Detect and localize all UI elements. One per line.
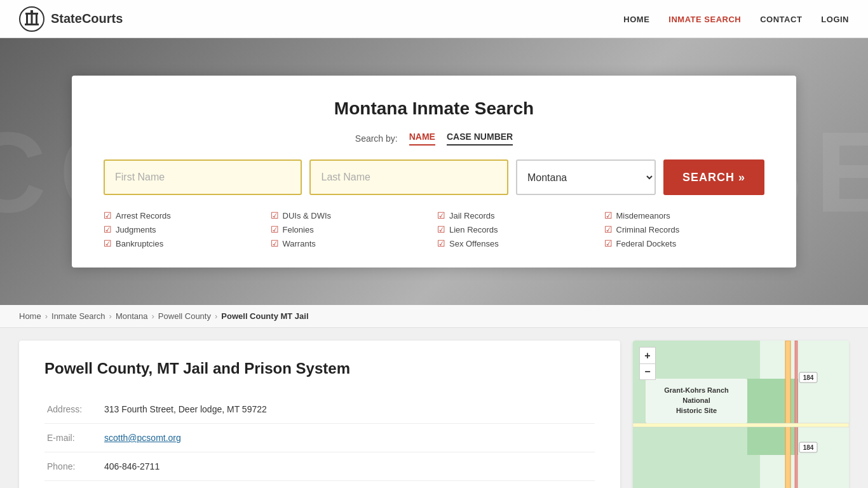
nav-inmate-search[interactable]: INMATE SEARCH bbox=[668, 15, 741, 24]
check-icon-duis: ☑ bbox=[271, 210, 279, 220]
breadcrumb-sep-1: › bbox=[45, 311, 48, 321]
info-table: Address: 313 Fourth Street, Deer lodge, … bbox=[44, 395, 595, 488]
checkbox-duis-dwis: ☑ DUIs & DWIs bbox=[271, 210, 431, 220]
main-content: Powell County, MT Jail and Prison System… bbox=[0, 328, 868, 488]
check-icon-warrants: ☑ bbox=[271, 238, 279, 248]
svg-text:184: 184 bbox=[803, 374, 814, 381]
checkbox-warrants: ☑ Warrants bbox=[271, 238, 431, 248]
breadcrumb-inmate-search[interactable]: Inmate Search bbox=[51, 311, 105, 321]
map-zoom-in[interactable]: + bbox=[639, 347, 656, 363]
checkbox-jail-records: ☑ Jail Records bbox=[437, 210, 598, 220]
checkbox-felonies: ☑ Felonies bbox=[271, 224, 431, 234]
map-controls: + − bbox=[639, 347, 656, 380]
nav-contact[interactable]: CONTACT bbox=[760, 15, 802, 24]
svg-rect-2 bbox=[25, 13, 38, 15]
logo-icon bbox=[19, 6, 44, 32]
svg-rect-10 bbox=[785, 341, 790, 488]
breadcrumb: Home › Inmate Search › Montana › Powell … bbox=[0, 305, 868, 328]
check-icon-judgments: ☑ bbox=[104, 224, 112, 234]
header: StateCourts HOME INMATE SEARCH CONTACT L… bbox=[0, 0, 868, 38]
breadcrumb-home[interactable]: Home bbox=[19, 311, 41, 321]
svg-rect-5 bbox=[36, 15, 37, 24]
table-row-address: Address: 313 Fourth Street, Deer lodge, … bbox=[44, 395, 595, 424]
breadcrumb-montana[interactable]: Montana bbox=[116, 311, 148, 321]
check-icon-federal: ☑ bbox=[604, 238, 613, 248]
map-svg: 184 184 Grant-Kohrs Ranch National Histo… bbox=[633, 341, 849, 488]
email-link[interactable]: scotth@pcsomt.org bbox=[104, 433, 181, 443]
tab-case-number[interactable]: CASE NUMBER bbox=[447, 132, 513, 146]
check-icon-sex-offenses: ☑ bbox=[437, 238, 445, 248]
svg-rect-4 bbox=[31, 15, 33, 24]
first-name-input[interactable] bbox=[104, 159, 302, 195]
check-icon-arrest: ☑ bbox=[104, 210, 112, 220]
label-phone: Phone: bbox=[44, 452, 102, 481]
check-icon-felonies: ☑ bbox=[271, 224, 279, 234]
logo-text: StateCourts bbox=[51, 11, 123, 26]
checkbox-sex-offenses: ☑ Sex Offenses bbox=[437, 238, 598, 248]
state-select[interactable]: Montana Alabama Alaska Arizona Californi… bbox=[516, 159, 656, 195]
checkbox-label-lien: Lien Records bbox=[449, 225, 498, 234]
svg-text:National: National bbox=[682, 396, 710, 404]
checkbox-lien-records: ☑ Lien Records bbox=[437, 224, 598, 234]
checkbox-judgments: ☑ Judgments bbox=[104, 224, 264, 234]
nav-login[interactable]: LOGIN bbox=[821, 15, 849, 24]
map-placeholder: 184 184 Grant-Kohrs Ranch National Histo… bbox=[633, 341, 849, 488]
value-email: scotth@pcsomt.org bbox=[102, 424, 595, 452]
content-card: Powell County, MT Jail and Prison System… bbox=[19, 341, 620, 488]
checkbox-label-bankruptcies: Bankruptcies bbox=[116, 239, 163, 248]
nav-home[interactable]: HOME bbox=[623, 15, 649, 24]
checkbox-label-jail: Jail Records bbox=[449, 211, 495, 220]
main-nav: HOME INMATE SEARCH CONTACT LOGIN bbox=[623, 14, 849, 24]
checkbox-label-sex-offenses: Sex Offenses bbox=[449, 239, 499, 248]
svg-rect-11 bbox=[795, 341, 797, 488]
svg-text:184: 184 bbox=[803, 444, 814, 451]
search-button[interactable]: SEARCH » bbox=[663, 159, 764, 195]
svg-text:Historic Site: Historic Site bbox=[676, 407, 717, 414]
search-by-label: Search by: bbox=[355, 133, 398, 144]
value-address: 313 Fourth Street, Deer lodge, MT 59722 bbox=[102, 395, 595, 424]
map-zoom-out[interactable]: − bbox=[639, 363, 656, 380]
value-phone: 406-846-2711 bbox=[102, 452, 595, 481]
svg-rect-12 bbox=[633, 423, 849, 427]
checkbox-criminal-records: ☑ Criminal Records bbox=[604, 224, 765, 234]
svg-rect-1 bbox=[31, 10, 33, 13]
map-area: 184 184 Grant-Kohrs Ranch National Histo… bbox=[633, 341, 849, 488]
search-card-title: Montana Inmate Search bbox=[104, 98, 764, 119]
checkbox-bankruptcies: ☑ Bankruptcies bbox=[104, 238, 264, 248]
checkbox-federal-dockets: ☑ Federal Dockets bbox=[604, 238, 765, 248]
table-row-email: E-mail: scotth@pcsomt.org bbox=[44, 424, 595, 452]
checkboxes-area: ☑ Arrest Records ☑ DUIs & DWIs ☑ Jail Re… bbox=[104, 210, 764, 248]
table-row-fax: Fax: 406-846-2742 bbox=[44, 481, 595, 489]
svg-rect-3 bbox=[26, 15, 28, 24]
checkbox-misdemeanors: ☑ Misdemeanors bbox=[604, 210, 765, 220]
check-icon-lien: ☑ bbox=[437, 224, 445, 234]
value-fax: 406-846-2742 bbox=[102, 481, 595, 489]
breadcrumb-sep-3: › bbox=[152, 311, 154, 321]
checkbox-label-duis: DUIs & DWIs bbox=[283, 211, 332, 220]
check-icon-bankruptcies: ☑ bbox=[104, 238, 112, 248]
search-inputs-row: Montana Alabama Alaska Arizona Californi… bbox=[104, 159, 764, 195]
breadcrumb-current: Powell County MT Jail bbox=[221, 311, 308, 321]
label-address: Address: bbox=[44, 395, 102, 424]
content-title: Powell County, MT Jail and Prison System bbox=[44, 360, 595, 377]
checkbox-label-judgments: Judgments bbox=[116, 225, 156, 234]
checkbox-label-arrest: Arrest Records bbox=[116, 211, 171, 220]
breadcrumb-sep-4: › bbox=[215, 311, 217, 321]
checkbox-label-felonies: Felonies bbox=[283, 225, 314, 234]
hero-section: COURTHOUSE Montana Inmate Search Search … bbox=[0, 38, 868, 305]
check-icon-criminal: ☑ bbox=[604, 224, 613, 234]
label-email: E-mail: bbox=[44, 424, 102, 452]
breadcrumb-powell-county[interactable]: Powell County bbox=[158, 311, 211, 321]
search-card: Montana Inmate Search Search by: NAME CA… bbox=[72, 76, 796, 268]
checkbox-label-misdemeanors: Misdemeanors bbox=[616, 211, 670, 220]
table-row-phone: Phone: 406-846-2711 bbox=[44, 452, 595, 481]
check-icon-misdemeanors: ☑ bbox=[604, 210, 613, 220]
breadcrumb-sep-2: › bbox=[109, 311, 112, 321]
tab-name[interactable]: NAME bbox=[409, 132, 435, 146]
logo-area: StateCourts bbox=[19, 6, 123, 32]
svg-text:Grant-Kohrs Ranch: Grant-Kohrs Ranch bbox=[664, 386, 729, 394]
svg-rect-6 bbox=[25, 24, 39, 25]
last-name-input[interactable] bbox=[309, 159, 508, 195]
checkbox-label-criminal: Criminal Records bbox=[616, 225, 680, 234]
checkbox-arrest-records: ☑ Arrest Records bbox=[104, 210, 264, 220]
